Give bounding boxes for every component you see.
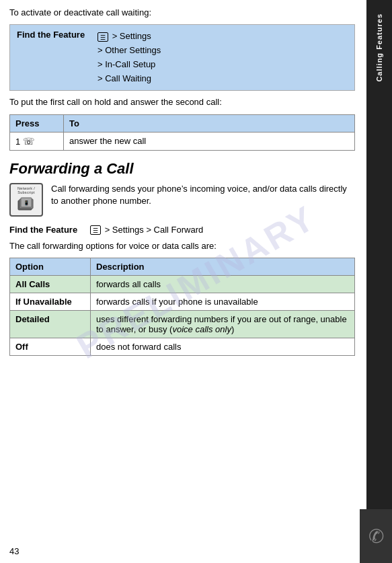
table-row: 1 ☏ answer the new call <box>10 132 355 150</box>
network-feature-row: Network / Subscript 📱 Dependent Feature … <box>9 183 355 218</box>
option-cell-4: Off <box>10 338 91 356</box>
network-icon-outer: Network / Subscript 📱 Dependent Feature <box>9 183 43 217</box>
find-feature-box-1: Find the Feature ☰ > Settings > Other Se… <box>9 24 355 91</box>
table-row: If Unavailable forwards calls if your ph… <box>10 293 355 311</box>
step-settings: > Settings <box>112 31 151 41</box>
call-forward-steps: > Settings > Call Forward <box>105 225 204 235</box>
feature-description-text: Call forwarding sends your phone’s incom… <box>51 183 355 207</box>
intro-text: To activate or deactivate call waiting: <box>9 7 355 19</box>
menu-icon-1: ☰ <box>97 32 108 42</box>
table-row: Off does not forward calls <box>10 338 355 356</box>
svg-text:📱: 📱 <box>24 200 30 206</box>
to-cell: answer the new call <box>64 132 355 150</box>
table-row: All Calls forwards all calls <box>10 276 355 293</box>
phone-icon-box: ✆ <box>360 509 392 563</box>
menu-icon-2: ☰ <box>90 225 101 235</box>
option-cell-3: Detailed <box>10 311 91 338</box>
option-cell-1: All Calls <box>10 276 91 293</box>
press-number: 1 <box>15 137 20 147</box>
option-table: Option Description All Calls forwards al… <box>9 258 355 356</box>
right-sidebar: Calling Features <box>366 0 392 563</box>
description-cell-3: uses different forwarding numbers if you… <box>91 311 355 338</box>
press-header: Press <box>10 114 64 132</box>
find-feature-label-2: Find the Feature <box>9 225 83 235</box>
options-intro-text: The call forwarding options for voice or… <box>9 240 355 252</box>
step-call-waiting: > Call Waiting <box>97 73 151 83</box>
option-cell-2: If Unavailable <box>10 293 91 311</box>
press-table: Press To 1 ☏ answer the new call <box>9 114 355 151</box>
find-feature-label-1: Find the Feature <box>17 30 91 40</box>
phone-icon: ✆ <box>368 525 384 548</box>
network-arc-top: Network / Subscript <box>11 186 42 195</box>
section-heading: Forwarding a Call <box>9 160 355 178</box>
second-intro-text: To put the first call on hold and answer… <box>9 96 355 108</box>
description-cell-4: does not forward calls <box>91 338 355 356</box>
find-feature-steps-2: ☰ > Settings > Call Forward <box>90 225 203 235</box>
step-other-settings: > Other Settings <box>97 45 161 55</box>
network-arc-bottom: Dependent Feature <box>11 215 42 217</box>
network-icon-container: Network / Subscript 📱 Dependent Feature <box>9 183 44 218</box>
to-header: To <box>64 114 355 132</box>
press-cell: 1 ☏ <box>10 132 64 150</box>
description-cell-1: forwards all calls <box>91 276 355 293</box>
page-number: 43 <box>9 546 19 556</box>
step-in-call-setup: > In-Call Setup <box>97 59 155 69</box>
find-feature-steps-1: ☰ > Settings > Other Settings > In-Call … <box>97 30 161 85</box>
sidebar-label: Calling Features <box>375 13 383 82</box>
network-svg-icon: 📱 <box>16 195 36 215</box>
description-header: Description <box>91 258 355 276</box>
call-symbol: ☏ <box>23 136 35 147</box>
find-feature-inline: Find the Feature ☰ > Settings > Call For… <box>9 225 355 235</box>
table-row: Detailed uses different forwarding numbe… <box>10 311 355 338</box>
description-cell-2: forwards calls if your phone is unavaila… <box>91 293 355 311</box>
option-header: Option <box>10 258 91 276</box>
